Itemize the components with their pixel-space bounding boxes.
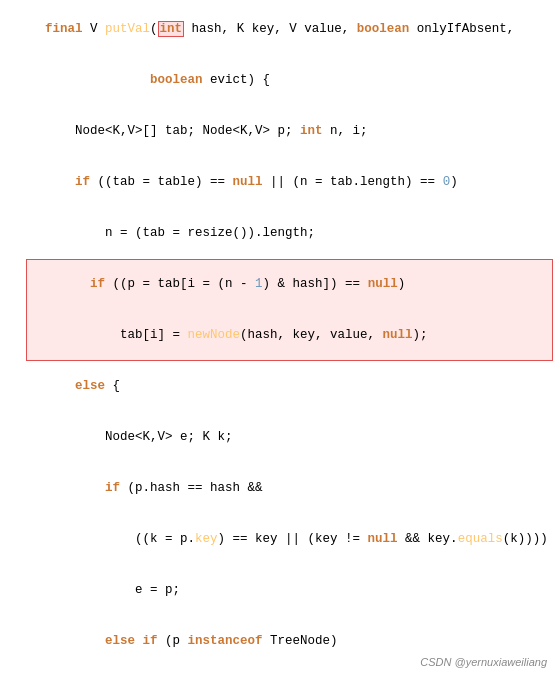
code-line-10: if (p.hash == hash &&	[0, 463, 557, 514]
highlight-block: if ((p = tab[i = (n - 1) & hash]) == nul…	[0, 259, 557, 361]
code-line-1: final V putVal(int hash, K key, V value,…	[0, 4, 557, 55]
code-line-11: ((k = p.key) == key || (key != null && k…	[0, 514, 557, 565]
code-line-4: if ((tab = table) == null || (n = tab.le…	[0, 157, 557, 208]
code-line-9: Node<K,V> e; K k;	[0, 412, 557, 463]
code-line-12: e = p;	[0, 565, 557, 616]
code-line-7: tab[i] = newNode(hash, key, value, null)…	[0, 310, 557, 361]
code-container: final V putVal(int hash, K key, V value,…	[0, 0, 557, 674]
watermark: CSDN @yernuxiaweiliang	[420, 656, 547, 668]
code-line-14: e = ((TreeNode<K,V>)p).putTreeVal(this, …	[0, 667, 557, 674]
code-line-2: boolean evict) {	[0, 55, 557, 106]
code-line-3: Node<K,V>[] tab; Node<K,V> p; int n, i;	[0, 106, 557, 157]
code-line-5: n = (tab = resize()).length;	[0, 208, 557, 259]
code-line-6: if ((p = tab[i = (n - 1) & hash]) == nul…	[0, 259, 557, 310]
code-line-8: else {	[0, 361, 557, 412]
